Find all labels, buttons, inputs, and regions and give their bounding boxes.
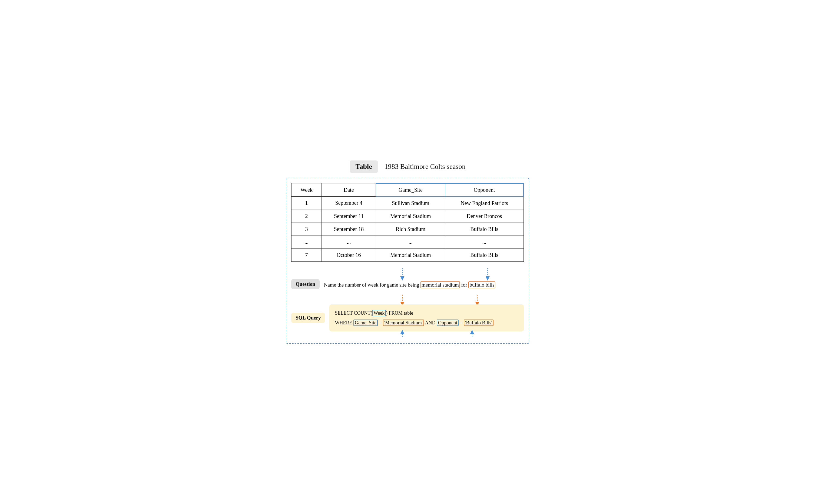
header-game-site: Game_Site <box>376 183 445 197</box>
sql-where: WHERE <box>335 320 353 325</box>
question-highlight-buffalo: buffalo bills <box>468 281 495 288</box>
sql-line-1: SELECT COUNT(Week) FROM table <box>335 308 518 318</box>
season-title: 1983 Baltimore Colts season <box>385 163 466 171</box>
outer-dashed-container: Week Date Game_Site Opponent 1 September… <box>286 178 529 344</box>
cell-site-1: Sullivan Stadium <box>376 197 445 210</box>
question-text-middle: for <box>460 282 469 288</box>
question-section: Question Name the number of week for gam… <box>291 279 524 289</box>
sql-section: SQL Query SELECT COUNT(Week) FROM table … <box>291 304 524 331</box>
sql-buffalo-value: 'Buffalo Bills' <box>464 320 493 326</box>
sql-opponent-highlight: Opponent <box>437 320 459 326</box>
cell-opp-1: New England Patriots <box>445 197 523 210</box>
table-row-ellipsis: ... ... ... ... <box>292 236 524 248</box>
header-opponent: Opponent <box>445 183 523 197</box>
cell-ellipsis-opp: ... <box>445 236 523 248</box>
sql-eq2: = <box>459 320 464 325</box>
header-date: Date <box>322 183 376 197</box>
table-label: Table <box>350 160 378 173</box>
question-highlight-memorial: memorial stadium <box>420 281 460 288</box>
question-label: Question <box>291 279 320 289</box>
question-text-before: Name the number of week for game site be… <box>324 282 420 288</box>
cell-date-1: September 4 <box>322 197 376 210</box>
cell-ellipsis-site: ... <box>376 236 445 248</box>
sql-content: SELECT COUNT(Week) FROM table WHERE Game… <box>329 304 524 331</box>
header-week: Week <box>292 183 322 197</box>
cell-ellipsis-date: ... <box>322 236 376 248</box>
main-container: Table 1983 Baltimore Colts season Week D… <box>286 160 529 344</box>
connector-arrows-top <box>291 268 524 279</box>
cell-site-2: Memorial Stadium <box>376 210 445 223</box>
sql-gamesite-highlight: Game_Site <box>353 320 378 326</box>
cell-site-7: Memorial Stadium <box>376 248 445 261</box>
cell-opp-3: Buffalo Bills <box>445 223 523 236</box>
question-text: Name the number of week for game site be… <box>324 279 496 289</box>
sql-select-after: ) FROM table <box>386 310 413 316</box>
table-section: Week Date Game_Site Opponent 1 September… <box>291 183 524 262</box>
cell-week-1: 1 <box>292 197 322 210</box>
cell-date-3: September 18 <box>322 223 376 236</box>
sql-label: SQL Query <box>291 313 325 323</box>
cell-ellipsis-week: ... <box>292 236 322 248</box>
title-area: Table 1983 Baltimore Colts season <box>350 160 466 173</box>
table-row: 3 September 18 Rich Stadium Buffalo Bill… <box>292 223 524 236</box>
table-header-row: Week Date Game_Site Opponent <box>292 183 524 197</box>
table-row: 2 September 11 Memorial Stadium Denver B… <box>292 210 524 223</box>
table-row: 1 September 4 Sullivan Stadium New Engla… <box>292 197 524 210</box>
cell-opp-2: Denver Broncos <box>445 210 523 223</box>
sql-line-2: WHERE Game_Site = 'Memorial Stadium' AND… <box>335 318 518 328</box>
cell-site-3: Rich Stadium <box>376 223 445 236</box>
sql-select-before: SELECT COUNT( <box>335 310 372 316</box>
data-table: Week Date Game_Site Opponent 1 September… <box>291 183 524 262</box>
cell-date-2: September 11 <box>322 210 376 223</box>
cell-week-3: 3 <box>292 223 322 236</box>
cell-week-7: 7 <box>292 248 322 261</box>
cell-week-2: 2 <box>292 210 322 223</box>
table-row-last: 7 October 16 Memorial Stadium Buffalo Bi… <box>292 248 524 261</box>
cell-date-7: October 16 <box>322 248 376 261</box>
connector-arrows-mid <box>291 295 524 304</box>
sql-week-highlight: Week <box>372 310 386 316</box>
sql-and: AND <box>424 320 437 325</box>
sql-eq1: = <box>378 320 383 325</box>
connector-arrows-bottom <box>291 331 524 337</box>
sql-memorial-value: 'Memorial Stadium' <box>383 320 424 326</box>
cell-opp-7: Buffalo Bills <box>445 248 523 261</box>
